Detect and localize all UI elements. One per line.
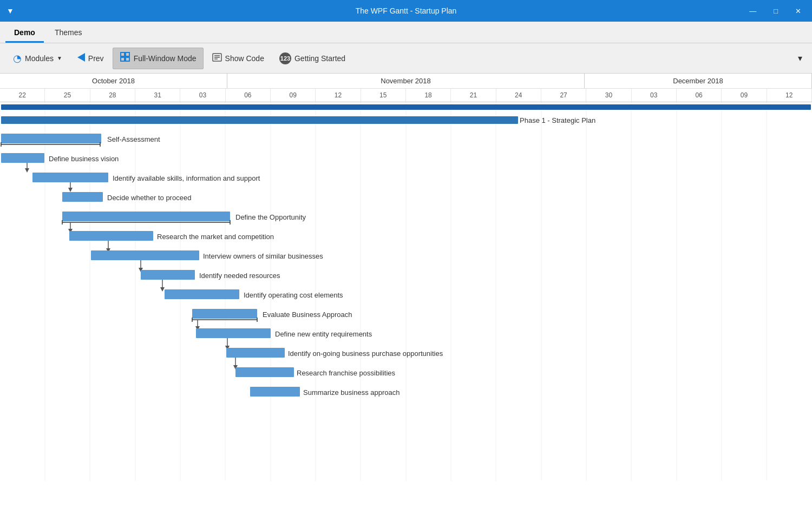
bar-decide-proceed[interactable] [62,192,103,202]
label-identify-cost: Identify operating cost elements [244,291,343,299]
window-controls: — □ ✕ [745,5,806,17]
day-28: 28 [90,89,135,102]
bar-self-assessment[interactable] [1,134,101,143]
label-summarize: Summarize business approach [303,388,400,397]
prev-label: Prev [88,54,104,63]
label-research-franchise: Research franchise possibilities [297,369,396,377]
month-november: November 2018 [227,74,585,88]
svg-rect-4 [126,57,129,61]
day-09a: 09 [271,89,316,102]
badge-123: 123 [279,52,291,64]
modules-button[interactable]: ◔ Modules ▼ [6,48,69,69]
label-research-market: Research the market and competition [157,233,274,241]
restore-button[interactable]: □ [769,5,782,17]
month-october: October 2018 [0,74,227,88]
day-21: 21 [451,89,496,102]
label-phase1: Phase 1 - Strategic Plan [520,116,595,124]
day-25: 25 [45,89,90,102]
day-09b: 09 [722,89,767,102]
month-december: December 2018 [585,74,812,88]
svg-marker-43 [160,287,165,292]
window-title: The WPF Gantt - Startup Plan [356,6,457,15]
bar-define-opportunity[interactable] [62,212,230,221]
day-30: 30 [586,89,631,102]
gettingstarted-label: Getting Started [294,54,345,63]
bar-define-entity[interactable] [196,328,271,338]
svg-rect-3 [121,57,125,61]
toolbar-chevron[interactable]: ▾ [795,50,806,67]
fullwindow-button[interactable]: Full-Window Mode [113,48,204,69]
day-22: 22 [0,89,45,102]
svg-marker-0 [77,53,85,62]
prev-arrow-icon [77,53,85,63]
modules-dropdown-icon: ▼ [57,55,62,61]
label-self-assessment: Self-Assessment [107,135,160,143]
gettingstarted-button[interactable]: 123 Getting Started [273,48,352,69]
showcode-button[interactable]: Show Code [206,48,271,69]
bar-research-franchise[interactable] [235,367,294,377]
showcode-label: Show Code [225,54,264,63]
fullwindow-label: Full-Window Mode [134,54,197,63]
tab-themes[interactable]: Themes [46,24,91,43]
timeline-days: 22 25 28 31 03 06 09 12 15 18 21 24 27 3… [0,89,812,102]
fullwindow-icon [120,51,130,65]
toolbar: ◔ Modules ▼ Prev Full-Window Mode [0,43,812,74]
day-24: 24 [496,89,541,102]
timeline-months: October 2018 November 2018 December 2018 [0,74,812,89]
label-identify-skills: Identify available skills, information a… [113,174,260,182]
timeline-header: October 2018 November 2018 December 2018… [0,74,812,102]
gantt-container: October 2018 November 2018 December 2018… [0,74,812,515]
gantt-chart[interactable]: Phase 1 - Strategic Plan Self-Assessment… [0,102,812,515]
bar-phase1-summary[interactable] [1,116,518,124]
day-03b: 03 [632,89,677,102]
bar-evaluate-business[interactable] [192,309,257,319]
label-define-entity: Define new entity requirements [275,330,372,338]
showcode-icon [212,53,222,64]
bar-define-vision[interactable] [1,153,44,163]
menu-icon[interactable]: ▼ [6,6,14,15]
bar-identify-cost[interactable] [165,289,239,299]
svg-rect-1 [121,52,125,56]
label-define-opportunity: Define the Opportunity [235,213,306,221]
day-18: 18 [406,89,451,102]
tab-bar: Demo Themes [0,22,812,43]
bar-summarize[interactable] [250,387,300,397]
label-interview-owners: Interview owners of similar businesses [203,252,323,260]
svg-rect-2 [126,52,129,56]
bar-interview-owners[interactable] [91,250,199,260]
bar-overall[interactable] [1,104,811,110]
day-06b: 06 [677,89,722,102]
day-31: 31 [135,89,180,102]
bar-identify-resources[interactable] [141,270,195,280]
label-identify-resources: Identify needed resources [199,272,280,280]
day-12b: 12 [767,89,812,102]
day-15: 15 [361,89,406,102]
title-bar: ▼ The WPF Gantt - Startup Plan — □ ✕ [0,0,812,22]
compass-icon: ◔ [13,52,22,64]
gantt-svg: Phase 1 - Strategic Plan Self-Assessment… [0,102,812,481]
day-12a: 12 [316,89,361,102]
close-button[interactable]: ✕ [791,5,806,17]
day-03a: 03 [180,89,225,102]
label-evaluate-business: Evaluate Business Approach [263,311,352,319]
day-27: 27 [541,89,586,102]
bar-identify-purchase[interactable] [226,348,285,358]
label-identify-purchase: Identify on-going business purchase oppo… [288,349,443,358]
minimize-button[interactable]: — [745,5,761,17]
label-define-vision: Define business vision [49,155,119,163]
svg-marker-30 [25,168,29,173]
label-decide-proceed: Decide whether to proceed [107,194,191,202]
bar-research-market[interactable] [69,231,153,241]
day-06a: 06 [226,89,271,102]
bar-identify-skills[interactable] [32,173,108,182]
tab-demo[interactable]: Demo [5,24,44,43]
svg-marker-32 [68,188,73,192]
prev-button[interactable]: Prev [71,48,110,69]
modules-label: Modules [25,54,54,63]
